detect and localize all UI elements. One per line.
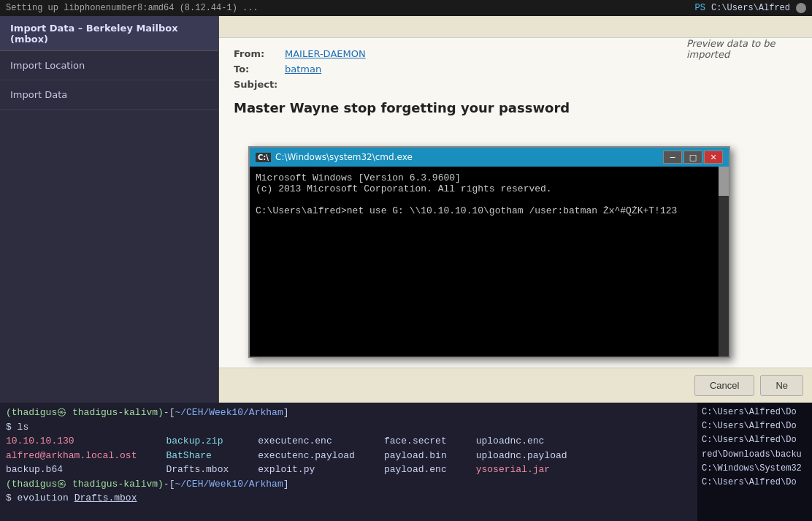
terminal-col1-item1: 10.10.10.130 [6, 434, 137, 449]
cmd-body: Microsoft Windows [Version 6.3.9600] (c)… [250, 167, 729, 357]
terminal-circle-button[interactable] [796, 3, 806, 13]
terminal-col4-item2: payload.bin [384, 449, 447, 463]
terminal-cmd2-arg: Drafts.mbox [74, 493, 137, 503]
to-value[interactable]: batman [285, 64, 321, 75]
email-subject-text: Master Wayne stop forgetting your passwo… [234, 94, 797, 124]
terminal-right-line6: C:\Users\Alfred\Do [702, 476, 808, 490]
terminal-col5-item1: uploadnc.enc [476, 434, 567, 449]
ps-info: PS C:\Users\Alfred [695, 3, 806, 13]
terminal-col3-item2: executenc.payload [258, 449, 355, 463]
terminal-ls-output: 10.10.10.130 alfred@arkham.local.ost bac… [6, 434, 692, 477]
from-label: From: [234, 48, 285, 59]
terminal-col4: face.secret payload.bin payload.enc [384, 434, 447, 477]
email-to-field: To: batman [234, 64, 797, 75]
terminal-col2-item2: BatShare [166, 449, 229, 463]
terminal-bracket-2: -[ [164, 479, 175, 490]
terminal-col3-item1: executenc.enc [258, 434, 355, 449]
cmd-line-1: Microsoft Windows [Version 6.3.9600] [256, 172, 723, 183]
cmd-buttons: ─ □ ✕ [663, 151, 723, 164]
terminal-col1-item3: backup.b64 [6, 463, 137, 477]
terminal-cmd-2: $ evolution Drafts.mbox [6, 491, 692, 506]
terminal-col5: uploadnc.enc uploadnc.payload ysoserial.… [476, 434, 567, 477]
terminal-prompt-1: (thadigus㉿ thadigus-kalivm)-[~/CEH/Week1… [6, 406, 692, 420]
cmd-close-button[interactable]: ✕ [704, 151, 723, 164]
preview-label: Preview data to be imported [686, 38, 797, 60]
terminal-cmd-1: $ ls [6, 420, 692, 435]
cmd-scrollbar-thumb[interactable] [719, 167, 729, 196]
from-value[interactable]: MAILER-DAEMON [285, 48, 366, 59]
terminal-right-line1: C:\Users\Alfred\Do [702, 406, 808, 419]
cancel-button[interactable]: Cancel [694, 375, 754, 396]
cmd-minimize-button[interactable]: ─ [663, 151, 682, 164]
terminal-user-2: (thadigus㉿ thadigus-kalivm) [6, 479, 164, 490]
terminal-dollar-2: $ evolution [6, 493, 74, 503]
main-header [219, 16, 812, 38]
terminal-right-line3: C:\Users\Alfred\Do [702, 433, 808, 447]
left-panel: Import Data – Berkeley Mailbox (mbox) Im… [0, 16, 219, 411]
top-terminal-bar: Setting up libphonenumber8:amd64 (8.12.4… [0, 0, 812, 16]
cmd-title-bar: C:\ C:\Windows\system32\cmd.exe ─ □ ✕ [250, 148, 729, 167]
terminal-col5-item3: ysoserial.jar [476, 463, 567, 477]
terminal-dollar-1: $ ls [6, 422, 28, 433]
cmd-window: C:\ C:\Windows\system32\cmd.exe ─ □ ✕ Mi… [248, 146, 730, 358]
ps-path: C:\Users\Alfred [711, 3, 790, 13]
cmd-icon: C:\ [256, 153, 271, 162]
next-button[interactable]: Ne [760, 375, 803, 396]
sidebar-item-import-data[interactable]: Import Data [0, 80, 218, 110]
terminal-bottom-section: (thadigus㉿ thadigus-kalivm)-[~/CEH/Week1… [0, 403, 812, 521]
terminal-bracket-1: -[ [164, 407, 175, 418]
sidebar-item-import-location[interactable]: Import Location [0, 51, 218, 80]
terminal-col2: backup.zip BatShare Drafts.mbox [166, 434, 229, 477]
cmd-title-text: C:\Windows\system32\cmd.exe [275, 152, 413, 162]
terminal-prompt-2: (thadigus㉿ thadigus-kalivm)-[~/CEH/Week1… [6, 477, 692, 492]
terminal-col1: 10.10.10.130 alfred@arkham.local.ost bac… [6, 434, 137, 477]
terminal-col5-item2: uploadnc.payload [476, 449, 567, 463]
terminal-setup-text: Setting up libphonenumber8:amd64 (8.12.4… [6, 3, 258, 13]
terminal-right-bottom: C:\Users\Alfred\Do C:\Users\Alfred\Do C:… [697, 403, 812, 521]
terminal-right-line4: red\Downloads\backu [702, 448, 808, 462]
cmd-scrollbar[interactable] [719, 167, 729, 357]
cmd-maximize-button[interactable]: □ [683, 151, 702, 164]
terminal-col2-item3: Drafts.mbox [166, 463, 229, 477]
terminal-right-line5: C:\Windows\System32 [702, 462, 808, 476]
terminal-col1-item2: alfred@arkham.local.ost [6, 449, 137, 463]
cmd-line-2: (c) 2013 Microsoft Corporation. All righ… [256, 183, 723, 194]
bottom-buttons: Cancel Ne [219, 368, 812, 403]
ps-label: PS [695, 3, 705, 13]
to-label: To: [234, 64, 285, 75]
email-subject-field: Subject: [234, 79, 797, 90]
terminal-left-bottom: (thadigus㉿ thadigus-kalivm)-[~/CEH/Week1… [0, 403, 697, 521]
terminal-bracket-close-1: ] [283, 407, 289, 418]
terminal-bracket-close-2: ] [283, 479, 289, 490]
terminal-user-1: (thadigus㉿ thadigus-kalivm) [6, 407, 164, 418]
cmd-title-left: C:\ C:\Windows\system32\cmd.exe [256, 152, 413, 162]
cmd-line-3 [256, 194, 723, 205]
terminal-right-line2: C:\Users\Alfred\Do [702, 419, 808, 433]
terminal-col3-item3: exploit.py [258, 463, 355, 477]
subject-label: Subject: [234, 79, 285, 90]
terminal-path-1: ~/CEH/Week10/Arkham [175, 407, 283, 418]
terminal-col3: executenc.enc executenc.payload exploit.… [258, 434, 355, 477]
terminal-path-2: ~/CEH/Week10/Arkham [175, 479, 283, 490]
terminal-col4-item1: face.secret [384, 434, 447, 449]
terminal-col4-item3: payload.enc [384, 463, 447, 477]
terminal-col2-item1: backup.zip [166, 434, 229, 449]
left-panel-title: Import Data – Berkeley Mailbox (mbox) [0, 16, 218, 51]
cmd-line-4: C:\Users\alfred>net use G: \\10.10.10.10… [256, 205, 723, 216]
